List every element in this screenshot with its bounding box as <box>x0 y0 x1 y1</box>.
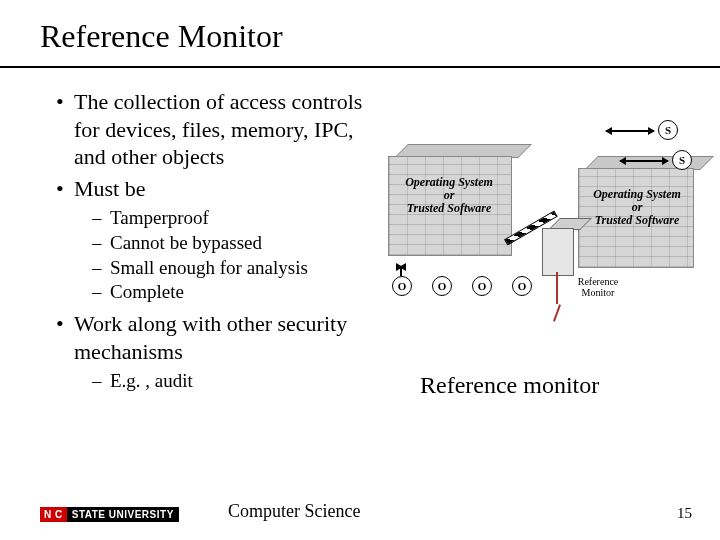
bullet-dot-icon: • <box>56 88 74 171</box>
page-number: 15 <box>677 505 692 522</box>
bullet-text: Work along with other security mechanism… <box>74 310 376 365</box>
sub-bullet-item: – E.g. , audit <box>92 369 376 393</box>
bullet-dash-icon: – <box>92 369 110 393</box>
subject-node: S <box>658 120 678 140</box>
wall-label: Operating System or Trusted Software <box>394 176 504 216</box>
node-label: O <box>438 280 447 292</box>
rm-mini-label-line: Reference <box>568 276 628 287</box>
department-label: Computer Science <box>228 501 360 522</box>
sub-bullet-text: Tamperproof <box>110 206 209 230</box>
sub-bullet-list: – Tamperproof – Cannot be bypassed – Sma… <box>92 206 376 304</box>
node-label: S <box>679 154 685 166</box>
slide-title: Reference Monitor <box>40 18 283 55</box>
object-node: O <box>392 276 412 296</box>
arrow-icon <box>400 266 402 276</box>
pointer-line-icon <box>556 272 558 304</box>
sub-bullet-text: Complete <box>110 280 184 304</box>
object-node: O <box>432 276 452 296</box>
rm-mini-label: Reference Monitor <box>568 276 628 298</box>
bullet-item: • The collection of access controls for … <box>56 88 376 171</box>
arrow-icon <box>606 130 654 132</box>
node-label: O <box>518 280 527 292</box>
slide: Reference Monitor • The collection of ac… <box>0 0 720 540</box>
rm-mini-label-line: Monitor <box>568 287 628 298</box>
bullet-dash-icon: – <box>92 206 110 230</box>
sub-bullet-item: – Cannot be bypassed <box>92 231 376 255</box>
title-rule <box>0 66 720 68</box>
pointer-line-icon <box>553 304 561 322</box>
arrow-icon <box>620 160 668 162</box>
bullet-text: Must be <box>74 175 146 203</box>
monitor-box-icon <box>542 228 574 276</box>
bullet-dash-icon: – <box>92 231 110 255</box>
wall-label-line: Trusted Software <box>582 214 692 227</box>
sub-bullet-list: – E.g. , audit <box>92 369 376 393</box>
bullet-dot-icon: • <box>56 310 74 365</box>
logo-black: STATE UNIVERSITY <box>67 507 179 522</box>
bullet-dash-icon: – <box>92 280 110 304</box>
node-label: O <box>398 280 407 292</box>
bullet-item: • Must be <box>56 175 376 203</box>
bullet-item: • Work along with other security mechani… <box>56 310 376 365</box>
logo-red: N C <box>40 507 67 522</box>
bullet-dash-icon: – <box>92 256 110 280</box>
wall-label-line: Trusted Software <box>394 202 504 215</box>
object-node: O <box>472 276 492 296</box>
sub-bullet-item: – Small enough for analysis <box>92 256 376 280</box>
subject-node: S <box>672 150 692 170</box>
object-node: O <box>512 276 532 296</box>
footer: N C STATE UNIVERSITY Computer Science 15 <box>0 500 720 522</box>
sub-bullet-text: Cannot be bypassed <box>110 231 262 255</box>
wall-label: Operating System or Trusted Software <box>582 188 692 228</box>
node-label: S <box>665 124 671 136</box>
sub-bullet-item: – Complete <box>92 280 376 304</box>
sub-bullet-text: E.g. , audit <box>110 369 193 393</box>
figure-caption: Reference monitor <box>420 372 599 399</box>
diagram: Operating System or Trusted Software Ope… <box>388 120 698 320</box>
bullet-dot-icon: • <box>56 175 74 203</box>
bullet-list: • The collection of access controls for … <box>56 88 376 399</box>
node-label: O <box>478 280 487 292</box>
ncsu-logo: N C STATE UNIVERSITY <box>40 507 179 522</box>
bullet-text: The collection of access controls for de… <box>74 88 376 171</box>
sub-bullet-text: Small enough for analysis <box>110 256 308 280</box>
sub-bullet-item: – Tamperproof <box>92 206 376 230</box>
